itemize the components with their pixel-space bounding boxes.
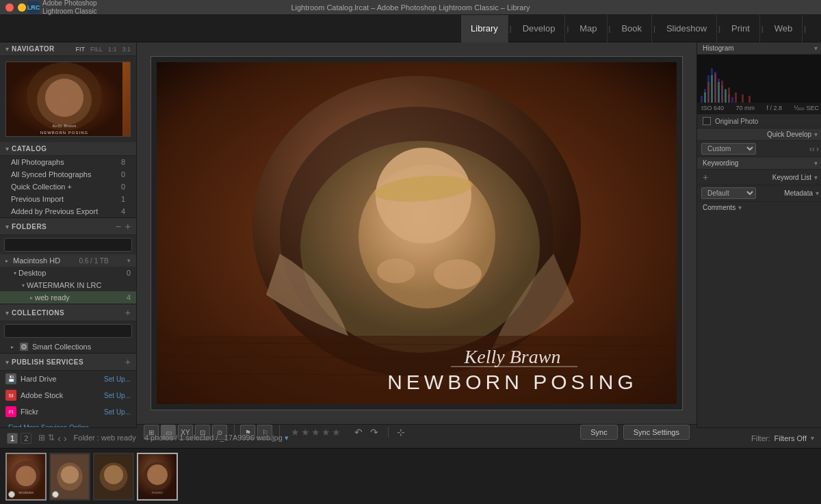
keywording-header[interactable]: Keywording ▾	[697, 157, 821, 170]
publish-hd[interactable]: 💾 Hard Drive Set Up...	[0, 371, 136, 387]
folder-search-input[interactable]	[9, 241, 127, 249]
thumb-3-svg	[94, 453, 133, 501]
photo-frame: Kelly Brawn NEWBORN POSING	[151, 56, 683, 410]
collections-header[interactable]: ▾ Collections +	[0, 304, 136, 321]
nav-fit[interactable]: FIT	[75, 46, 85, 53]
publish-flickr-left: Fl Flickr	[5, 406, 38, 417]
catalog-item-prev[interactable]: Previous Import 1	[0, 193, 136, 205]
drive-item[interactable]: ▸ Macintosh HD 0.6 / 1 TB ▾	[0, 254, 136, 267]
metadata-select[interactable]: Default	[701, 187, 756, 199]
photo-dropdown[interactable]: ▾	[285, 434, 289, 442]
folder-web-ready[interactable]: ▸ web ready 4	[0, 291, 136, 304]
folder-search[interactable]	[4, 238, 132, 252]
flickr-setup-link[interactable]: Set Up...	[104, 408, 131, 416]
filter-section: Filter: Filters Off ▾	[751, 434, 814, 442]
sort-icon[interactable]: ⇅	[48, 433, 55, 444]
collections-plus-btn[interactable]: +	[125, 307, 131, 318]
nav-book[interactable]: Book	[612, 15, 652, 42]
navigator-collapse-arrow: ▾	[5, 45, 9, 53]
nav-1-1[interactable]: 1:1	[108, 46, 117, 53]
page-2[interactable]: 2	[21, 433, 31, 444]
catalog-item-synced[interactable]: All Synced Photographs 0	[0, 168, 136, 181]
svg-rect-39	[721, 81, 723, 103]
page-1[interactable]: 1	[7, 433, 18, 444]
watermark-triangle: ▾	[22, 282, 25, 289]
drive-info: ▸ Macintosh HD	[5, 256, 60, 265]
nav-library[interactable]: Library	[461, 15, 508, 42]
folder-watermark[interactable]: ▾ WATERMARK IN LRC	[0, 279, 136, 291]
prev-btn[interactable]: ‹	[57, 433, 61, 444]
original-photo-checkbox[interactable]	[703, 117, 711, 125]
folders-title: Folders	[12, 223, 47, 230]
nav-sep-1: |	[508, 25, 513, 33]
filmstrip-thumb-3[interactable]	[93, 453, 134, 501]
histogram-arrow: ▾	[814, 44, 818, 52]
folder-desktop[interactable]: ▾ Desktop 0	[0, 267, 136, 279]
qd-preset-arrows: ‹‹ ›	[809, 144, 819, 154]
grid-view-icon[interactable]: ⊞	[38, 433, 45, 444]
next-btn[interactable]: ›	[64, 433, 67, 444]
qd-preset-select[interactable]: Custom	[701, 143, 756, 155]
collections-section: ▾ Collections + ▸ ⚙ Smart Collections	[0, 304, 136, 354]
filmstrip-thumb-2[interactable]	[49, 453, 90, 501]
metadata-header[interactable]: Metadata ▾	[784, 189, 819, 197]
comments-row[interactable]: Comments ▾	[697, 202, 821, 213]
speed-stat: ½₀₀ SEC	[794, 105, 819, 111]
publish-section: ▾ Publish Services + 💾 Hard Drive Set Up…	[0, 354, 136, 427]
keyword-list-plus[interactable]: +	[703, 172, 708, 183]
drive-dropdown[interactable]: ▾	[127, 257, 131, 264]
folders-minus-btn[interactable]: −	[116, 221, 121, 232]
catalog-collapse-arrow: ▾	[5, 145, 9, 152]
keyword-list-header[interactable]: Keyword List ▾	[772, 174, 818, 181]
filter-dropdown[interactable]: ▾	[811, 434, 814, 442]
publish-plus-btn[interactable]: +	[125, 356, 131, 367]
filmstrip-thumb-1[interactable]: NEWBORN	[5, 453, 47, 501]
svg-rect-34	[711, 75, 713, 103]
nav-web[interactable]: Web	[765, 15, 803, 42]
find-more-link[interactable]: Find More Services Online...	[0, 420, 136, 427]
hd-setup-link[interactable]: Set Up...	[104, 375, 131, 383]
nav-sep-6: |	[760, 25, 765, 33]
histogram-header[interactable]: Histogram ▾	[697, 42, 821, 55]
publish-stock[interactable]: St Adobe Stock Set Up...	[0, 387, 136, 403]
nav-fill[interactable]: FILL	[90, 46, 103, 53]
quick-develop-header[interactable]: Quick Develop ▾	[697, 129, 821, 141]
folders-collapse-arrow: ▾	[5, 223, 9, 230]
minimize-button[interactable]	[18, 3, 26, 12]
nav-map[interactable]: Map	[570, 15, 607, 42]
catalog-item-added[interactable]: Added by Previous Export 4	[0, 205, 136, 217]
page-nav: 1 2	[7, 433, 31, 444]
histogram-graph	[697, 55, 821, 103]
nav-3-1[interactable]: 3:1	[122, 46, 131, 53]
filmstrip-thumb-4[interactable]: POSING	[137, 453, 178, 501]
nav-slideshow[interactable]: Slideshow	[657, 15, 717, 42]
stock-setup-link[interactable]: Set Up...	[104, 392, 131, 399]
folders-plus-btn[interactable]: +	[125, 221, 131, 232]
collections-search[interactable]	[4, 324, 132, 338]
nav-print[interactable]: Print	[722, 15, 760, 42]
svg-point-46	[16, 466, 36, 486]
collections-search-input[interactable]	[9, 328, 127, 335]
nav-sep-4: |	[652, 25, 657, 33]
folders-header[interactable]: ▾ Folders − +	[0, 218, 136, 235]
left-panel: ▾ Navigator FIT FILL 1:1 3:1	[0, 42, 137, 427]
nav-items: Library | Develop | Map | Book | Slidesh…	[461, 15, 807, 42]
close-button[interactable]	[5, 3, 14, 12]
catalog-item-quick[interactable]: Quick Collection + 0	[0, 181, 136, 193]
nav-develop[interactable]: Develop	[513, 15, 566, 42]
catalog-item-all[interactable]: All Photographs 8	[0, 156, 136, 168]
navigator-header[interactable]: ▾ Navigator FIT FILL 1:1 3:1	[0, 42, 136, 56]
app-logo: LRC Adobe Photoshop Lightroom Classic	[27, 0, 97, 16]
keyword-list-arrow: ▾	[814, 174, 818, 181]
svg-rect-43	[748, 96, 751, 103]
keywording-arrow: ▾	[814, 159, 818, 167]
publish-flickr[interactable]: Fl Flickr Set Up...	[0, 403, 136, 420]
smart-collections[interactable]: ▸ ⚙ Smart Collections	[0, 341, 136, 353]
nav-sep-3: |	[608, 25, 612, 33]
svg-rect-23	[701, 96, 703, 103]
publish-header[interactable]: ▾ Publish Services +	[0, 354, 136, 371]
publish-hd-left: 💾 Hard Drive	[5, 373, 57, 384]
catalog-header[interactable]: ▾ Catalog	[0, 142, 136, 156]
qd-next-arrow[interactable]: ›	[816, 144, 819, 154]
qd-prev-arrow[interactable]: ‹‹	[809, 144, 815, 154]
